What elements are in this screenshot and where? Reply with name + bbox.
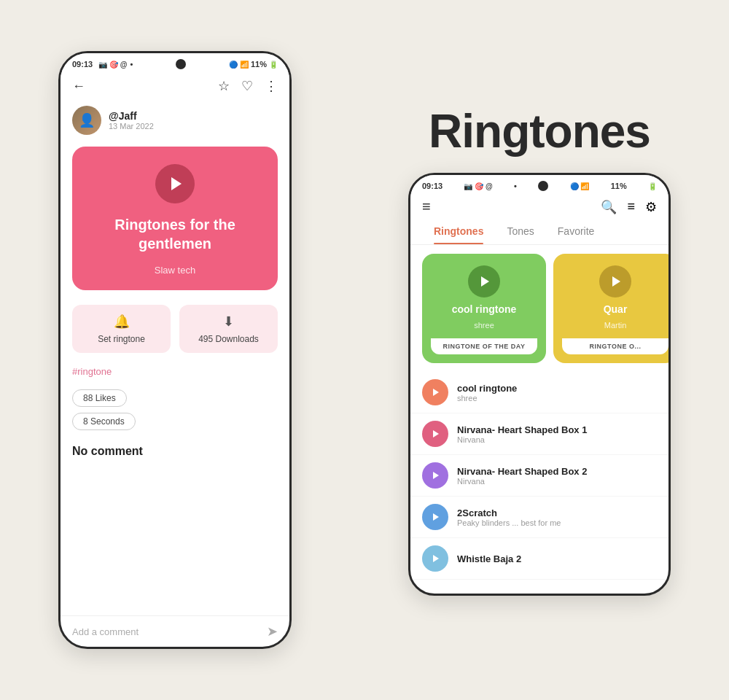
list-sub-2scratch: Peaky blinders ... best for me	[457, 518, 561, 527]
play-button-2scratch[interactable]	[422, 504, 448, 530]
tab-favorite[interactable]: Favorite	[546, 219, 607, 244]
tags-section: #ringtone	[61, 362, 289, 384]
right-section: Ringtones 09:13 📷 🎯 @ • 🔵 📶 11% 🔋 ≡ 🔍 ≡ …	[408, 104, 671, 596]
play-button-nirvana1[interactable]	[422, 421, 448, 447]
card-badge-yellow: RINGTONE O...	[562, 338, 668, 354]
list-item: Whistle Baja 2	[410, 538, 668, 580]
more-icon[interactable]: ⋮	[265, 78, 278, 94]
badge-row: 88 Likes 8 Seconds	[61, 384, 289, 436]
notch-right	[538, 181, 548, 191]
play-button-large[interactable]	[155, 164, 195, 203]
list-item: Nirvana- Heart Shaped Box 2 Nirvana	[410, 455, 668, 497]
downloads-label: 495 Downloads	[198, 334, 259, 344]
list-info-nirvana1: Nirvana- Heart Shaped Box 1 Nirvana	[457, 424, 587, 444]
top-nav-right: ≡ 🔍 ≡ ⚙	[410, 194, 668, 219]
downloads-button[interactable]: ⬇ 495 Downloads	[179, 305, 278, 353]
card-cool-ringtone: cool ringtone shree RINGTONE OF THE DAY	[422, 254, 546, 363]
ringtone-icon: 🔔	[114, 314, 130, 330]
play-icon-whistle	[433, 555, 439, 562]
card-quar: Quar Martin RINGTONE O...	[553, 254, 668, 363]
likes-badge: 88 Likes	[72, 389, 127, 407]
comment-input-row: Add a comment ➤	[61, 615, 289, 647]
play-icon-nirvana1	[433, 430, 439, 438]
card-name-yellow: Quar	[604, 303, 628, 315]
set-ringtone-label: Set ringtone	[98, 334, 145, 344]
hero-card: Ringtones for the gentlemen Slaw tech	[72, 147, 278, 290]
list-section: cool ringtone shree Nirvana- Heart Shape…	[410, 372, 668, 580]
list-info-cool: cool ringtone shree	[457, 383, 517, 402]
seconds-badge: 8 Seconds	[72, 413, 136, 430]
list-info-2scratch: 2Scratch Peaky blinders ... best for me	[457, 508, 561, 527]
list-sub-nirvana1: Nirvana	[457, 435, 587, 444]
play-icon-cool	[433, 389, 439, 396]
user-info: @Jaff 13 Mar 2022	[109, 110, 154, 131]
card-sub-green: shree	[474, 321, 494, 330]
play-button-nirvana2[interactable]	[422, 462, 448, 489]
list-icon[interactable]: ≡	[627, 199, 635, 214]
set-ringtone-button[interactable]: 🔔 Set ringtone	[72, 305, 171, 353]
play-card-green[interactable]	[468, 265, 500, 298]
list-info-nirvana2: Nirvana- Heart Shaped Box 2 Nirvana	[457, 466, 587, 486]
top-nav-left: ← ☆ ♡ ⋮	[61, 72, 289, 100]
user-row: 👤 @Jaff 13 Mar 2022	[61, 100, 289, 141]
status-bar-left: 09:13 📷 🎯 @ • 🔵 📶 11% 🔋	[61, 53, 289, 72]
tab-tones[interactable]: Tones	[495, 219, 545, 244]
status-bar-right: 09:13 📷 🎯 @ • 🔵 📶 11% 🔋	[410, 175, 668, 194]
back-icon[interactable]: ←	[72, 79, 85, 94]
list-sub-nirvana2: Nirvana	[457, 477, 587, 486]
spacer	[61, 467, 289, 615]
play-button-cool[interactable]	[422, 379, 448, 405]
list-sub-cool: shree	[457, 394, 517, 402]
list-item: 2Scratch Peaky blinders ... best for me	[410, 497, 668, 538]
card-sub-yellow: Martin	[604, 321, 627, 330]
hamburger-icon[interactable]: ≡	[422, 198, 431, 215]
action-row: 🔔 Set ringtone ⬇ 495 Downloads	[61, 296, 289, 362]
list-name-2scratch: 2Scratch	[457, 508, 561, 518]
list-name-nirvana1: Nirvana- Heart Shaped Box 1	[457, 424, 587, 435]
left-phone: 09:13 📷 🎯 @ • 🔵 📶 11% 🔋 ← ☆ ♡ ⋮ 👤	[58, 51, 292, 649]
play-icon-nirvana2	[433, 472, 439, 479]
send-icon[interactable]: ➤	[267, 623, 278, 639]
heart-icon[interactable]: ♡	[241, 78, 253, 94]
page-container: 09:13 📷 🎯 @ • 🔵 📶 11% 🔋 ← ☆ ♡ ⋮ 👤	[0, 0, 729, 700]
play-triangle-yellow	[612, 276, 620, 287]
hero-title: Ringtones for the gentlemen	[84, 215, 266, 253]
list-name-cool: cool ringtone	[457, 383, 517, 394]
user-date: 13 Mar 2022	[109, 122, 154, 131]
filter-icon[interactable]: ⚙	[645, 199, 657, 215]
hashtag: #ringtone	[72, 366, 112, 377]
big-title: Ringtones	[429, 104, 650, 158]
cards-row: cool ringtone shree RINGTONE OF THE DAY …	[410, 245, 668, 372]
user-handle: @Jaff	[109, 110, 154, 122]
status-time: 09:13 📷 🎯 @ •	[72, 60, 133, 69]
notch-left	[176, 59, 186, 69]
list-name-whistle: Whistle Baja 2	[457, 553, 521, 564]
no-comment: No comment	[61, 436, 289, 467]
hero-subtitle: Slaw tech	[155, 265, 195, 276]
list-item: cool ringtone shree	[410, 372, 668, 413]
play-button-whistle[interactable]	[422, 545, 448, 572]
comment-placeholder[interactable]: Add a comment	[72, 626, 139, 637]
right-phone: 09:13 📷 🎯 @ • 🔵 📶 11% 🔋 ≡ 🔍 ≡ ⚙ Ring	[408, 173, 671, 596]
list-name-nirvana2: Nirvana- Heart Shaped Box 2	[457, 466, 587, 477]
tab-bar: Ringtones Tones Favorite	[410, 219, 668, 245]
card-name-green: cool ringtone	[452, 303, 517, 315]
top-icons-right: 🔍 ≡ ⚙	[601, 199, 657, 215]
star-icon[interactable]: ☆	[218, 78, 230, 94]
card-badge-green: RINGTONE OF THE DAY	[431, 338, 537, 354]
list-item: Nirvana- Heart Shaped Box 1 Nirvana	[410, 413, 668, 455]
search-icon[interactable]: 🔍	[601, 199, 617, 215]
download-icon: ⬇	[223, 314, 234, 330]
play-icon-2scratch	[433, 513, 439, 521]
tab-ringtones[interactable]: Ringtones	[422, 219, 495, 244]
nav-icons-right: ☆ ♡ ⋮	[218, 78, 278, 94]
list-info-whistle: Whistle Baja 2	[457, 553, 521, 564]
play-card-yellow[interactable]	[599, 265, 631, 298]
status-right-left: 🔵 📶 11% 🔋	[229, 60, 278, 69]
play-triangle-icon	[171, 177, 182, 190]
play-triangle-green	[481, 276, 489, 287]
avatar: 👤	[72, 106, 101, 135]
